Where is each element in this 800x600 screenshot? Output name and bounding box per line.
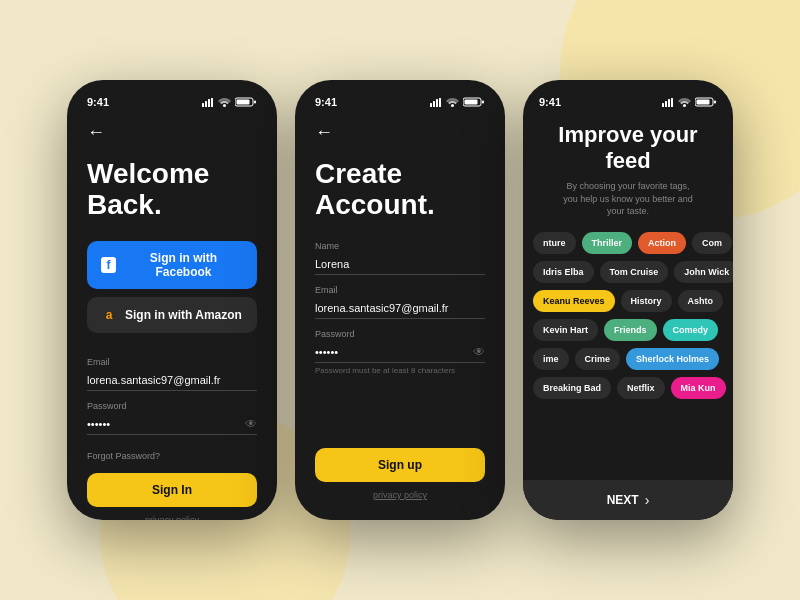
svg-rect-18 xyxy=(668,99,670,107)
forgot-password-link[interactable]: Forgot Password? xyxy=(87,451,257,461)
password-input-1[interactable] xyxy=(87,414,257,435)
status-time-2: 9:41 xyxy=(315,96,337,108)
phone-improve-feed: 9:41 Improve your feed By choosing your … xyxy=(523,80,733,520)
svg-rect-17 xyxy=(665,101,667,107)
email-label-1: Email xyxy=(87,357,257,367)
password-group-1: Password 👁 xyxy=(87,401,257,435)
privacy-policy-link-1[interactable]: privacy policy xyxy=(87,515,257,520)
tag-friends[interactable]: Friends xyxy=(604,319,657,341)
phones-container: 9:41 ← Welcome Back. f Sign in with Face… xyxy=(67,80,733,520)
tag-john-wick[interactable]: John Wick xyxy=(674,261,733,283)
status-icons-2 xyxy=(430,97,485,107)
svg-rect-23 xyxy=(714,101,716,104)
facebook-signin-button[interactable]: f Sign in with Facebook xyxy=(87,241,257,289)
name-input[interactable] xyxy=(315,254,485,275)
status-bar-1: 9:41 xyxy=(87,96,257,108)
tags-row-1: nture Thriller Action Com xyxy=(523,232,733,254)
status-time-1: 9:41 xyxy=(87,96,109,108)
tags-row-2: Idris Elba Tom Cruise John Wick xyxy=(523,261,733,283)
tags-container: nture Thriller Action Com Idris Elba Tom… xyxy=(523,232,733,480)
tag-adventure[interactable]: nture xyxy=(533,232,576,254)
tags-row-5: ime Crime Sherlock Holmes xyxy=(523,348,733,370)
email-label-2: Email xyxy=(315,285,485,295)
phone-create-account: 9:41 ← Create Account. Name Email xyxy=(295,80,505,520)
svg-point-20 xyxy=(683,104,686,107)
tag-ashton-trunc[interactable]: Ashto xyxy=(678,290,724,312)
next-button[interactable]: NEXT › xyxy=(523,480,733,520)
status-bar-3: 9:41 xyxy=(539,96,717,108)
eye-icon-2[interactable]: 👁 xyxy=(473,345,485,359)
svg-rect-0 xyxy=(202,103,204,107)
email-input-2[interactable] xyxy=(315,298,485,319)
phone-welcome: 9:41 ← Welcome Back. f Sign in with Face… xyxy=(67,80,277,520)
tag-comedy[interactable]: Comedy xyxy=(663,319,719,341)
tag-crime-trunc[interactable]: ime xyxy=(533,348,569,370)
status-icons-3 xyxy=(662,97,717,107)
svg-rect-9 xyxy=(433,101,435,107)
tag-kevin-hart[interactable]: Kevin Hart xyxy=(533,319,598,341)
name-group: Name xyxy=(315,241,485,275)
svg-rect-19 xyxy=(671,98,673,107)
tag-crime[interactable]: Crime xyxy=(575,348,621,370)
svg-rect-15 xyxy=(482,101,484,104)
svg-rect-1 xyxy=(205,101,207,107)
facebook-icon: f xyxy=(101,257,116,273)
password-group-2: Password 👁 Password must be at least 8 c… xyxy=(315,329,485,375)
amazon-icon: a xyxy=(101,307,117,323)
svg-rect-8 xyxy=(430,103,432,107)
back-button-2[interactable]: ← xyxy=(315,122,485,143)
svg-rect-2 xyxy=(208,99,210,107)
svg-rect-10 xyxy=(436,99,438,107)
welcome-title: Welcome Back. xyxy=(87,159,257,221)
svg-rect-6 xyxy=(237,100,250,105)
phone3-top: 9:41 Improve your feed By choosing your … xyxy=(523,80,733,232)
tag-action[interactable]: Action xyxy=(638,232,686,254)
tag-thriller[interactable]: Thriller xyxy=(582,232,633,254)
name-label: Name xyxy=(315,241,485,251)
svg-rect-7 xyxy=(254,101,256,104)
svg-rect-16 xyxy=(662,103,664,107)
svg-rect-11 xyxy=(439,98,441,107)
next-label: NEXT xyxy=(607,493,639,507)
amazon-signin-button[interactable]: a Sign in with Amazon xyxy=(87,297,257,333)
tag-breaking-bad[interactable]: Breaking Bad xyxy=(533,377,611,399)
svg-point-4 xyxy=(223,104,226,107)
status-bar-2: 9:41 xyxy=(315,96,485,108)
tag-idris-elba[interactable]: Idris Elba xyxy=(533,261,594,283)
tags-row-6: Breaking Bad Netflix Mia Kun xyxy=(523,377,733,399)
status-time-3: 9:41 xyxy=(539,96,561,108)
tag-mia-trunc[interactable]: Mia Kun xyxy=(671,377,726,399)
sign-in-button[interactable]: Sign In xyxy=(87,473,257,507)
create-account-title: Create Account. xyxy=(315,159,485,221)
svg-rect-22 xyxy=(697,100,710,105)
svg-rect-3 xyxy=(211,98,213,107)
status-icons-1 xyxy=(202,97,257,107)
next-chevron-icon: › xyxy=(645,492,650,508)
svg-point-12 xyxy=(451,104,454,107)
tag-history[interactable]: History xyxy=(621,290,672,312)
email-group-1: Email xyxy=(87,357,257,391)
improve-feed-title: Improve your feed xyxy=(539,122,717,174)
email-group-2: Email xyxy=(315,285,485,319)
password-label-2: Password xyxy=(315,329,485,339)
email-input-1[interactable] xyxy=(87,370,257,391)
tag-tom-cruise[interactable]: Tom Cruise xyxy=(600,261,669,283)
privacy-policy-link-2[interactable]: privacy policy xyxy=(315,490,485,500)
back-button-1[interactable]: ← xyxy=(87,122,257,143)
improve-feed-subtitle: By choosing your favorite tags, you help… xyxy=(539,180,717,218)
tag-comedy-trunc[interactable]: Com xyxy=(692,232,732,254)
tag-netflix[interactable]: Netflix xyxy=(617,377,665,399)
tag-keanu-reeves[interactable]: Keanu Reeves xyxy=(533,290,615,312)
sign-up-button[interactable]: Sign up xyxy=(315,448,485,482)
tags-row-3: Keanu Reeves History Ashto xyxy=(523,290,733,312)
password-label-1: Password xyxy=(87,401,257,411)
svg-rect-14 xyxy=(465,100,478,105)
eye-icon-1[interactable]: 👁 xyxy=(245,417,257,431)
password-hint: Password must be at least 8 characters xyxy=(315,366,485,375)
password-input-2[interactable] xyxy=(315,342,485,363)
tag-sherlock[interactable]: Sherlock Holmes xyxy=(626,348,719,370)
tags-row-4: Kevin Hart Friends Comedy xyxy=(523,319,733,341)
